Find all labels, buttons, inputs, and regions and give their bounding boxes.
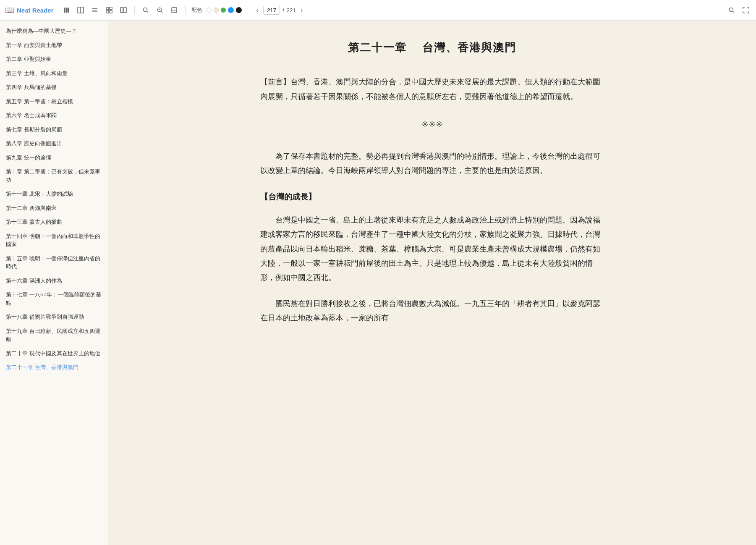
sidebar-item-3[interactable]: 第三章 土壤、風向和雨量 [0,66,108,81]
sep2 [185,5,186,15]
sidebar-item-15[interactable]: 第十五章 晚明：一個停滯但注重內省的時代 [0,252,108,274]
sidebar-item-14[interactable]: 第十四章 明朝：一個內向和非競爭性的國家 [0,229,108,252]
sidebar-item-16[interactable]: 第十六章 滿洲人的作為 [0,274,108,288]
taiwan-text-2: 國民黨在對日勝利接收之後，已將台灣佃農數大為減低。一九五三年的「耕者有其田」以麥… [260,299,600,322]
svg-rect-0 [64,8,65,13]
svg-line-17 [161,11,162,13]
fullscreen-icon[interactable] [741,5,751,15]
svg-rect-9 [110,7,112,10]
taiwan-paragraph-1: 台灣是中國之一省、島上的土著從來即未有充足之人數成為政治上或經濟上特別的問題。因… [260,213,604,285]
page-total: 221 [287,7,296,13]
taiwan-paragraph-2: 國民黨在對日勝利接收之後，已將台灣佃農數大為減低。一九五三年的「耕者有其田」以麥… [260,296,604,325]
svg-line-22 [733,11,735,13]
menu-icon[interactable] [90,5,100,15]
color-green[interactable] [221,8,226,13]
sidebar-item-4[interactable]: 第四章 兵馬俑的墓後 [0,80,108,94]
sidebar-item-11[interactable]: 第十一章 北宋：大膽的試驗 [0,187,108,201]
sidebar-item-0[interactable]: 為什麼稱為—中國大歷史—？ [0,24,108,38]
sidebar-item-2[interactable]: 第二章 亞聖與始皇 [0,52,108,66]
color-label: 配色 [191,6,202,14]
sidebar-item-5[interactable]: 第五章 第一帝國：樹立楷模 [0,94,108,109]
sep3 [248,5,248,15]
layout-icon[interactable] [76,5,86,15]
sidebar-item-10[interactable]: 第十章 第二帝國：已有突破，但未竟事功 [0,165,108,187]
content-body: 第二十一章 台灣、香港與澳門 【前言】台灣、香港、澳門與大陸的分合，是中國大歷史… [260,37,604,325]
preamble-paragraph: 【前言】台灣、香港、澳門與大陸的分合，是中國大歷史未來發展的最大課題。但人類的行… [260,75,604,103]
chapter-title: 第二十一章 台灣、香港與澳門 [260,37,604,58]
sidebar-item-20[interactable]: 第二十章 現代中國及其在世界上的地位 [0,346,108,361]
sidebar-item-21[interactable]: 第二十一章 台灣、香港與澳門 [0,360,108,375]
svg-rect-12 [120,8,123,13]
search-right-icon[interactable] [727,5,737,15]
svg-rect-10 [106,10,109,13]
zoom-out-icon[interactable] [155,5,165,15]
sidebar-item-13[interactable]: 第十三章 蒙古人的插曲 [0,215,108,229]
content-area[interactable]: 第二十一章 台灣、香港與澳門 【前言】台灣、香港、澳門與大陸的分合，是中國大歷史… [108,21,756,545]
page-input[interactable] [263,6,280,15]
preamble-text: 【前言】台灣、香港、澳門與大陸的分合，是中國大歷史未來發展的最大課題。但人類的行… [260,78,600,100]
sidebar-item-1[interactable]: 第一章 西安與黃土地帶 [0,38,108,52]
svg-rect-8 [106,7,109,10]
fit-icon[interactable] [169,5,179,15]
color-cream[interactable] [214,8,219,13]
svg-rect-13 [124,8,126,13]
sidebar-item-18[interactable]: 第十八章 從鴉片戰爭到自強運動 [0,310,108,324]
grid-icon[interactable] [104,5,114,15]
section-divider: ※※※ [260,116,604,132]
sidebar: 為什麼稱為—中國大歷史—？第一章 西安與黃土地帶第二章 亞聖與始皇第三章 土壤、… [0,21,108,545]
color-blue[interactable] [228,7,234,13]
svg-rect-11 [110,10,112,13]
intro-text: 為了保存本書題材的完整。勢必再提到台灣香港與澳門的特別情形。理論上，今後台灣的出… [260,152,600,175]
intro-paragraph: 為了保存本書題材的完整。勢必再提到台灣香港與澳門的特別情形。理論上，今後台灣的出… [260,149,604,178]
sidebar-item-19[interactable]: 第十九章 百日維新、民國成立和五四運動 [0,324,108,346]
app-title: Neat Reader [17,7,54,14]
sep1 [134,5,135,15]
sidebar-item-12[interactable]: 第十二章 西湖與南宋 [0,201,108,215]
svg-line-15 [146,11,148,13]
color-dark[interactable] [236,7,242,13]
app-brand: 📖 Neat Reader [5,5,54,15]
next-page-button[interactable]: › [298,6,306,14]
sidebar-item-8[interactable]: 第八章 歷史向側面進出 [0,136,108,151]
svg-point-14 [143,8,147,12]
main-layout: 為什麼稱為—中國大歷史—？第一章 西安與黃土地帶第二章 亞聖與始皇第三章 土壤、… [0,21,756,545]
color-white[interactable] [207,8,212,13]
svg-rect-1 [66,8,68,13]
columns-icon[interactable] [118,5,128,15]
sidebar-item-6[interactable]: 第六章 名士成為軍閥 [0,108,108,123]
svg-point-21 [730,8,733,12]
sidebar-item-7[interactable]: 第七章 長期分裂的局面 [0,123,108,137]
sidebar-item-17[interactable]: 第十七章 一八○○年：一個臨前額後的基點 [0,288,108,310]
sidebar-item-9[interactable]: 第九章 統一的途徑 [0,151,108,165]
taiwan-text-1: 台灣是中國之一省、島上的土著從來即未有充足之人數成為政治上或經濟上特別的問題。因… [260,216,600,282]
book-view-icon[interactable] [61,5,71,15]
search-icon[interactable] [141,5,151,15]
page-separator: / [283,7,284,13]
color-dots [207,7,242,13]
svg-rect-2 [68,8,69,13]
page-nav: ‹ / 221 › [254,6,306,15]
app-icon: 📖 [5,5,14,15]
toolbar: 📖 Neat Reader 配色 ‹ / 221 › [0,0,756,21]
taiwan-section-title: 【台灣的成長】 [260,189,604,204]
prev-page-button[interactable]: ‹ [254,6,261,14]
